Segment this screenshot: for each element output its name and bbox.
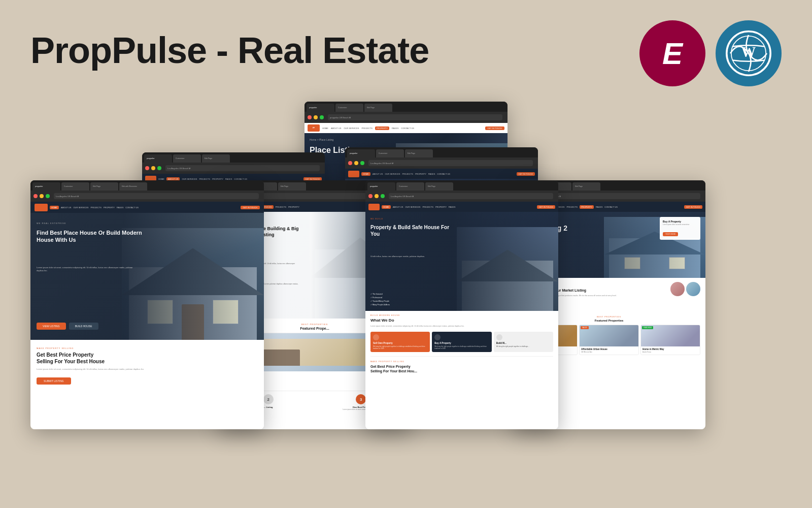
fr-sc-2: Buy A Property We bring the right people… [432, 332, 491, 352]
cfr-prop-2: SALES Affordable Urban House 582 Monroe … [579, 325, 639, 355]
fm-nav-projects: PROJECTS [276, 206, 286, 208]
browser-tab-active[interactable]: proppalse [307, 104, 334, 112]
fl-submit-btn[interactable]: SUBMIT LISTING [37, 377, 71, 385]
fl-tab2[interactable]: Customizer [61, 182, 89, 190]
fl-hero-btns: VIEW LISTING BUILD HOUSE [37, 323, 98, 330]
fr-badge: WE BUILD [370, 218, 383, 220]
bl-tab-active[interactable]: proppalse [144, 154, 172, 163]
fl-section-text: Lorem ipsum dolor sit amet, consectetur … [37, 368, 258, 371]
fr-max[interactable] [381, 194, 385, 198]
page-title: PropPulse - Real Estate [30, 30, 429, 71]
nav-property-active: PROPERTY [375, 126, 389, 130]
cfr-address[interactable]: Los Angeles US Beach M [536, 193, 700, 199]
br-nav-contact: CONTACT US [437, 173, 450, 175]
cfr-buy-text: Lorem ipsum dolor sit amet consectetur [663, 224, 697, 226]
address-bar[interactable]: proppalse.US Beach M [328, 114, 502, 120]
fl-addr-text: Los Angeles US Beach M [56, 195, 79, 198]
br-tab2[interactable]: Customizer [376, 149, 404, 157]
minimize-dot[interactable] [314, 115, 318, 119]
bl-min[interactable] [151, 166, 155, 170]
fl-address[interactable]: Los Angeles US Beach M [54, 193, 259, 199]
br-site-nav: HOME ABOUT US OUR SERVICES PROJECTS PROP… [345, 169, 538, 179]
fl-tab3[interactable]: Edit Page [90, 182, 118, 190]
browser-chrome-back-center: proppalse Customizer Edit Page proppalse… [304, 102, 507, 123]
fl-section-label: MAKE PROPERTY SELLING [37, 347, 258, 350]
close-dot[interactable] [308, 115, 312, 119]
br-max[interactable] [360, 161, 364, 165]
fr-sc-1: Sell Own Property We bring the right peo… [370, 332, 430, 352]
cfr-tab3[interactable]: Edit Page [572, 182, 600, 190]
fm-nav-property: PROPERTY [288, 206, 299, 208]
fm-step2-num: 2 [263, 394, 274, 404]
screenshot-card-front-left: proppalse Customizer Edit Page Edit with… [30, 180, 264, 429]
br-toolbar: Los Angeles US Beach M [345, 157, 538, 169]
br-min[interactable] [354, 161, 358, 165]
cfr-nav-btn[interactable]: GET IN TOUCH [684, 205, 702, 209]
br-address[interactable]: Los Angeles US Beach M [368, 160, 533, 166]
bl-max[interactable] [157, 166, 161, 170]
fr-hero-title: Property & Build Safe House For You [370, 224, 457, 237]
maximize-dot[interactable] [320, 115, 324, 119]
fr-tab2[interactable]: Customizer [396, 182, 424, 190]
fr-feat3: ✓ Trusted Many People [370, 300, 390, 302]
br-tab3[interactable]: Edit Page [405, 149, 433, 157]
bl-tab2[interactable]: Customizer [173, 154, 201, 163]
fr-tab3[interactable]: Edit Page [425, 182, 453, 190]
fl-nav-btn[interactable]: GET IN TOUCH [241, 206, 260, 209]
fl-btn-view[interactable]: VIEW LISTING [37, 323, 66, 330]
fr-sc3-title: Build M... [496, 342, 551, 344]
site-logo: PP [308, 124, 320, 132]
elementor-icon: E [639, 20, 705, 86]
fr-sc2-title: Buy A Property [434, 342, 489, 344]
bl-close[interactable] [145, 166, 149, 170]
hero-breadcrumb: Home > Place Listing [310, 138, 333, 141]
cfr-prop2-info: Affordable Urban House 582 Monroe Ave [580, 346, 638, 355]
fl-hero-desc: Lorem ipsum dolor sit amet, consectetur … [37, 266, 133, 272]
wordpress-icon: W [716, 20, 782, 86]
bl-nav-property: PROPERTY [212, 178, 223, 180]
br-tab-active[interactable]: proppalse [347, 149, 375, 157]
fl-logo [35, 204, 48, 211]
br-browser: proppalse Customizer Edit Page Los Angel… [345, 147, 538, 169]
nav-btn-get-in-touch[interactable]: GET IN TOUCH [485, 126, 504, 130]
bl-tab3[interactable]: Edit Page [202, 154, 230, 163]
fl-toolbar: Los Angeles US Beach M [30, 190, 264, 202]
br-nav-property: PROPERTY [415, 173, 426, 175]
fr-min[interactable] [375, 194, 379, 198]
fl-max[interactable] [46, 194, 50, 198]
fr-hero-desc: Ut elit tellus, luctus nec ullamcorper m… [370, 255, 425, 258]
fr-address[interactable]: Los Angeles US Beach M [389, 193, 553, 199]
bl-nav-contact: CONTACT US [234, 178, 247, 180]
fr-close[interactable] [368, 194, 373, 198]
fl-min[interactable] [40, 194, 44, 198]
cfr-your-btn[interactable]: YOUR HOUSE [663, 232, 678, 236]
svg-text:W: W [741, 44, 756, 60]
fr-section: BUILD MODERN HOUSE What We Do Lorem ipsu… [365, 311, 558, 377]
nav-projects: PROJECTS [362, 127, 373, 130]
address-text: proppalse.US Beach M [330, 116, 351, 119]
browser-tab-3[interactable]: Edit Page [364, 104, 392, 112]
cfr-buy-card: Buy A Property Lorem ipsum dolor sit ame… [660, 217, 700, 240]
bl-address[interactable]: Los Angeles US Beach M [165, 165, 320, 171]
fr-sc1-icon [373, 334, 379, 340]
fl-tab-active[interactable]: proppalse [32, 182, 60, 190]
cfr-nav-pages: PAGES [596, 206, 603, 208]
cfr-prop2-addr: 582 Monroe Ave [581, 351, 637, 353]
br-close[interactable] [348, 161, 352, 165]
fl-section-title: Get Best Price PropertySelling For Your … [37, 352, 258, 365]
fr-sc3-text: We bring the right people together to ch… [496, 345, 551, 347]
fr-nav-btn[interactable]: GET IN TOUCH [537, 205, 555, 209]
browser-tab-2[interactable]: Customizer [335, 104, 363, 112]
br-nav-btn[interactable]: GET IN TOUCH [517, 172, 535, 176]
fr-feat2: ✓ Professional [370, 297, 390, 299]
fl-content: HOME ABOUT US OUR SERVICES PROJECTS PROP… [30, 202, 264, 429]
cfr-person2 [686, 282, 700, 296]
fm-tab3[interactable]: Edit Page [278, 182, 306, 190]
fl-tab4[interactable]: Edit with Elementor [119, 182, 147, 190]
fl-btn-build[interactable]: BUILD HOUSE [69, 323, 98, 330]
br-nav-pages: PAGES [428, 173, 435, 175]
fr-sc3-icon [496, 334, 502, 340]
fr-browser: proppalse Customizer Edit Page Los Angel… [365, 180, 558, 202]
fl-close[interactable] [33, 194, 38, 198]
fr-tab-active[interactable]: proppalse [367, 182, 395, 190]
